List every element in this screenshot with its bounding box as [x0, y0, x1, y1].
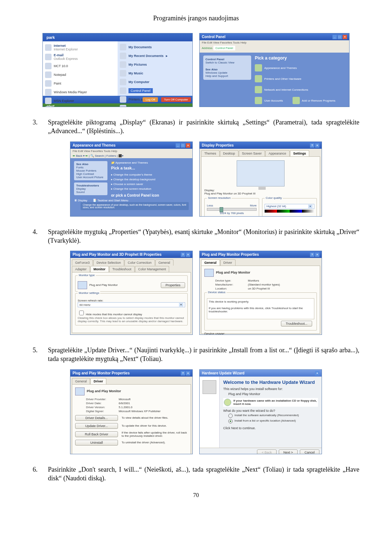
cp-address-bar[interactable]: Address Control Panel [200, 45, 349, 53]
help-icon[interactable]: ? [181, 253, 185, 257]
cp-cat-network[interactable]: Network and Internet Connections [255, 86, 308, 93]
refresh-rate-select[interactable]: 60 Hertz▾ [78, 302, 185, 307]
step-3-number: 3. [33, 118, 41, 136]
troubleshoot-button[interactable]: Troubleshoot... [281, 321, 312, 327]
sm-help[interactable]: Help and Support [120, 104, 190, 107]
tab-troubleshoot[interactable]: Troubleshoot [109, 266, 135, 272]
cp2-ts-1[interactable]: Display [76, 187, 86, 190]
drv-date-val: 6/6/2001 [119, 402, 130, 405]
maximize-icon[interactable]: □ [181, 143, 185, 148]
rollback-driver-button[interactable]: Roll Back Driver [75, 431, 118, 437]
sm-control-panel[interactable]: Control Panel [120, 86, 190, 95]
close-icon[interactable]: × [186, 253, 190, 257]
window-controls[interactable]: × [314, 371, 319, 376]
tab-general[interactable]: General [155, 259, 173, 266]
sm-paint[interactable]: Paint [45, 79, 115, 88]
tab-monitor[interactable]: Monitor [90, 266, 109, 272]
window-controls[interactable]: _□× [332, 34, 347, 39]
resolution-slider[interactable] [207, 208, 257, 211]
tab-desktop[interactable]: Desktop [220, 150, 238, 156]
cp2-icon-display[interactable]: 🖥 Display [74, 199, 87, 202]
cp-cat-users[interactable]: User Accounts [255, 97, 283, 104]
tab-colormgmt[interactable]: Color Management [135, 266, 170, 272]
tab-driver[interactable]: Driver [220, 259, 236, 266]
help-icon[interactable]: ? [310, 143, 314, 148]
sm-email[interactable]: E-mail Outlook Express [45, 52, 115, 62]
maximize-icon[interactable]: □ [338, 35, 342, 39]
window-controls[interactable]: ?× [180, 371, 190, 376]
dp-res-title: Screen resolution [207, 196, 232, 200]
window-controls[interactable]: _□× [175, 143, 190, 148]
cp-seealso-1[interactable]: Windows Update [205, 71, 249, 74]
cp2-seealso-2[interactable]: Mouse Pointers [76, 169, 97, 172]
cp-cat-programs[interactable]: Add or Remove Programs [293, 97, 335, 104]
minimize-icon[interactable]: _ [332, 35, 337, 39]
logoff-button[interactable]: Log Off [143, 97, 158, 102]
cp-cat-printers[interactable]: Printers and Other Hardware [255, 75, 301, 82]
cp2-icon-taskbar[interactable]: 📑 Taskbar and Start Menu [93, 199, 128, 202]
sm-internet[interactable]: Internet Internet Explorer [45, 43, 115, 52]
tab-device-sel[interactable]: Device Selection [93, 259, 124, 266]
sm-music[interactable]: My Music [120, 69, 190, 78]
cp2-seealso-1[interactable]: Fonts [76, 166, 83, 169]
cp2-ts-2[interactable]: Sound [76, 190, 85, 194]
sm-msn[interactable]: MSN Explorer [45, 97, 115, 105]
tab-driver[interactable]: Driver [90, 378, 106, 384]
cp-cat-appearance[interactable]: Appearance and Themes [255, 64, 297, 71]
sm-msn-label: MSN Explorer [54, 99, 74, 103]
window-controls[interactable]: ?× [309, 143, 319, 148]
color-quality-select[interactable]: Highest (32 bit)▾ [265, 204, 314, 209]
cp2-titlebar: Appearance and Themes _□× [70, 142, 192, 149]
close-icon[interactable]: × [315, 371, 319, 376]
back-button[interactable]: < Back [257, 450, 277, 454]
sm-notepad[interactable]: Notepad [45, 70, 115, 79]
figure-row-1: park Internet Internet Explorer E-mail [33, 33, 359, 107]
close-icon[interactable]: × [315, 253, 319, 257]
window-controls[interactable]: ?× [180, 252, 190, 257]
monitor-tab-figure: Plug and Play Monitor and 3D Prophet III… [70, 251, 193, 335]
tab-general[interactable]: General [201, 259, 220, 266]
next-button[interactable]: Next > [279, 450, 298, 454]
close-icon[interactable]: × [343, 35, 347, 39]
sm-pictures[interactable]: My Pictures [120, 60, 190, 69]
cp2-seealso-4[interactable]: User Account Picture [76, 176, 103, 179]
cp2-ts-title: Troubleshooters [76, 184, 99, 187]
minimize-icon[interactable]: _ [176, 143, 180, 148]
page-number: 70 [33, 492, 359, 498]
turnoff-button[interactable]: Turn Off Computer [161, 97, 191, 102]
cp-switch-view[interactable]: Switch to Classic View [205, 61, 234, 64]
close-icon[interactable]: × [186, 371, 190, 376]
tab-geforce[interactable]: GeForce3 [72, 259, 93, 266]
driver-details-button[interactable]: Driver Details... [75, 415, 118, 421]
sm-mydocs[interactable]: My Documents [120, 43, 190, 52]
close-icon[interactable]: × [186, 143, 190, 148]
tab-screensaver[interactable]: Screen Saver [239, 150, 265, 156]
sm-recent[interactable]: My Recent Documents▸ [120, 52, 190, 60]
window-controls[interactable]: ?× [309, 252, 319, 257]
cp2-address-bar[interactable]: ⬅ Back ▾ ➡ | 🔍 Search | Folders | ⬛▾ [70, 153, 192, 158]
sm-wmp[interactable]: Windows Media Player [45, 88, 115, 97]
cp-seealso-2[interactable]: Help and Support [205, 74, 249, 78]
tab-adapter[interactable]: Adapter [72, 266, 90, 272]
tab-themes[interactable]: Themes [201, 150, 220, 156]
sm-mct[interactable]: MCT 10.0 [45, 62, 115, 70]
tab-settings[interactable]: Settings [290, 150, 310, 156]
wiz-radio-list[interactable]: Install from a list or specific location… [228, 419, 318, 423]
hide-modes-checkbox[interactable] [79, 311, 84, 315]
wiz-question: What do you want the wizard to do? [223, 409, 318, 413]
help-icon[interactable]: ? [310, 253, 314, 257]
wiz-device: Plug and Play Monitor [228, 392, 318, 396]
uninstall-button[interactable]: Uninstall [75, 440, 118, 446]
sm-mycomputer[interactable]: My Computer [120, 78, 190, 86]
cp2-seealso-3[interactable]: High Contrast [76, 172, 94, 176]
wiz-radio-auto[interactable]: Install the software automatically (Reco… [228, 414, 318, 418]
tab-general[interactable]: General [72, 378, 90, 384]
tab-color-corr[interactable]: Color Correction [124, 259, 155, 266]
help-icon[interactable]: ? [181, 371, 185, 376]
tab-appearance[interactable]: Appearance [265, 150, 290, 156]
close-icon[interactable]: × [315, 143, 319, 148]
pnp-status-text: This device is working properly. [209, 300, 313, 303]
update-driver-button[interactable]: Update Driver... [75, 423, 118, 429]
cancel-button[interactable]: Cancel [300, 450, 319, 454]
properties-button[interactable]: Properties [161, 282, 185, 288]
